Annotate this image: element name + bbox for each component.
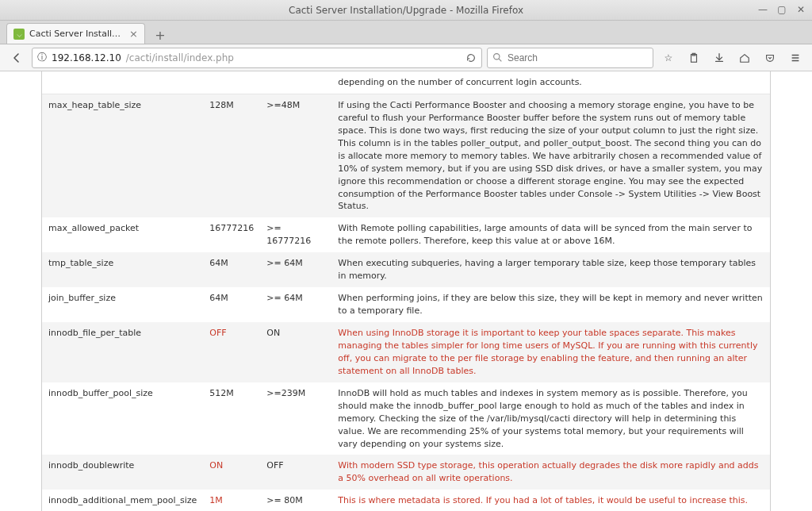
cell-name: innodb_doublewrite: [42, 455, 203, 490]
cell-value: 512M: [203, 382, 260, 455]
cell-desc: This is where metadata is stored. If you…: [331, 490, 770, 511]
cell-name: innodb_additional_mem_pool_size: [42, 490, 203, 511]
cell-required: OFF: [260, 455, 331, 490]
search-bar[interactable]: [487, 48, 653, 68]
cell-desc: When executing subqueries, having a larg…: [331, 252, 770, 287]
site-info-icon[interactable]: ⓘ: [37, 51, 47, 64]
cell-desc: When performing joins, if they are below…: [331, 287, 770, 322]
new-tab-button[interactable]: +: [150, 26, 170, 44]
cell-required: >= 16777216: [260, 217, 331, 252]
cell-value: 1M: [203, 490, 260, 511]
pocket-icon[interactable]: [760, 48, 780, 68]
cacti-favicon-icon: [13, 29, 25, 40]
cell-required: >=239M: [260, 382, 331, 455]
tab-label: Cacti Server Installation/Up: [29, 29, 124, 39]
table-row: innodb_doublewriteONOFFWith modern SSD t…: [42, 455, 770, 490]
config-table: depending on the number of concurrent lo…: [42, 71, 770, 511]
tab-close-icon[interactable]: ×: [129, 28, 138, 40]
search-icon: [492, 52, 503, 63]
table-row: join_buffer_size64M>= 64MWhen performing…: [42, 287, 770, 322]
page-viewport[interactable]: depending on the number of concurrent lo…: [0, 71, 812, 511]
cell-name: innodb_buffer_pool_size: [42, 382, 203, 455]
cell-name: tmp_table_size: [42, 252, 203, 287]
cell-value: 128M: [203, 94, 260, 217]
url-path: /cacti/install/index.php: [126, 52, 234, 63]
cell-desc: When using InnoDB storage it is importan…: [331, 322, 770, 382]
table-row: tmp_table_size64M>= 64MWhen executing su…: [42, 252, 770, 287]
reload-icon[interactable]: [465, 52, 477, 63]
window-title: Cacti Server Installation/Upgrade - Mozi…: [289, 5, 523, 16]
cell-name: max_allowed_packet: [42, 217, 203, 252]
back-button[interactable]: [6, 48, 27, 68]
cell-desc: InnoDB will hold as much tables and inde…: [331, 382, 770, 455]
downloads-icon[interactable]: [709, 48, 730, 68]
window-minimize-icon[interactable]: —: [756, 3, 769, 16]
tab-bar: Cacti Server Installation/Up × +: [0, 21, 812, 44]
window-close-icon[interactable]: ✕: [795, 3, 807, 16]
cell-required: >= 64M: [260, 287, 331, 322]
cell-value: 16777216: [203, 217, 260, 252]
cell-desc: With modern SSD type storage, this opera…: [331, 455, 770, 490]
home-icon[interactable]: [734, 48, 755, 68]
cell-value: 64M: [203, 252, 260, 287]
cell-required: >= 80M: [260, 490, 331, 511]
table-row: max_allowed_packet16777216>= 16777216Wit…: [42, 217, 770, 252]
table-row: innodb_additional_mem_pool_size1M>= 80MT…: [42, 490, 770, 511]
nav-toolbar: ⓘ 192.168.12.10/cacti/install/index.php …: [0, 44, 812, 71]
install-page: depending on the number of concurrent lo…: [41, 71, 771, 511]
cell-desc: If using the Cacti Performance Booster a…: [331, 94, 770, 217]
cell-value: 64M: [203, 287, 260, 322]
cell-name: join_buffer_size: [42, 287, 203, 322]
cell-required: >=48M: [260, 94, 331, 217]
cell-required: ON: [260, 322, 331, 382]
table-row: innodb_file_per_tableOFFONWhen using Inn…: [42, 322, 770, 382]
table-row: max_heap_table_size128M>=48MIf using the…: [42, 94, 770, 217]
table-row-truncated: depending on the number of concurrent lo…: [42, 71, 770, 94]
cell-value: ON: [203, 455, 260, 490]
address-bar[interactable]: ⓘ 192.168.12.10/cacti/install/index.php: [32, 48, 482, 68]
window-titlebar: Cacti Server Installation/Upgrade - Mozi…: [0, 0, 812, 21]
url-host: 192.168.12.10: [52, 52, 121, 63]
bookmark-star-icon[interactable]: ☆: [658, 48, 679, 68]
svg-point-0: [494, 54, 500, 60]
svg-line-1: [499, 59, 501, 61]
cell-desc: depending on the number of concurrent lo…: [331, 71, 770, 94]
cell-value: OFF: [203, 322, 260, 382]
table-row: innodb_buffer_pool_size512M>=239MInnoDB …: [42, 382, 770, 455]
clipboard-icon[interactable]: [684, 48, 704, 68]
search-input[interactable]: [508, 52, 648, 63]
window-maximize-icon[interactable]: ▢: [776, 3, 788, 16]
cell-name: max_heap_table_size: [42, 94, 203, 217]
menu-icon[interactable]: [785, 48, 806, 68]
browser-tab[interactable]: Cacti Server Installation/Up ×: [6, 23, 145, 44]
cell-required: >= 64M: [260, 252, 331, 287]
cell-desc: With Remote polling capabilities, large …: [331, 217, 770, 252]
cell-name: innodb_file_per_table: [42, 322, 203, 382]
